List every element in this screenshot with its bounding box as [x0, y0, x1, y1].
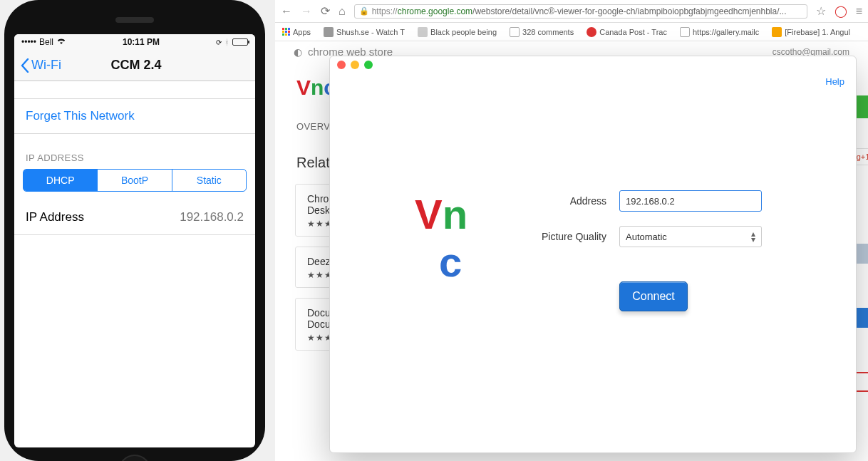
- quality-value: Automatic: [626, 232, 667, 242]
- ip-section-header: IP ADDRESS: [14, 134, 255, 169]
- battery-icon: [232, 38, 248, 46]
- maximize-icon[interactable]: [364, 61, 373, 69]
- carrier-label: Bell: [39, 37, 53, 47]
- iphone-mockup: ••••• Bell 10:11 PM ⟳ ᚼ Wi-Fi CCM 2.4 Fo…: [4, 0, 265, 461]
- url-path: /webstore/detail/vnc®-viewer-for-google-…: [472, 6, 786, 16]
- forward-icon[interactable]: →: [301, 5, 312, 18]
- nav-bar: Wi-Fi CCM 2.4: [14, 50, 255, 81]
- url-host: chrome.google.com: [398, 6, 472, 16]
- rating-stars: ★★★: [307, 219, 327, 229]
- opera-ext-icon[interactable]: ◯: [835, 4, 847, 18]
- orientation-lock-icon: ⟳: [216, 38, 222, 46]
- signal-dots-icon: •••••: [21, 37, 36, 47]
- wifi-icon: [56, 37, 66, 47]
- apps-label: Apps: [293, 28, 311, 36]
- clock: 10:11 PM: [66, 37, 216, 47]
- browser-toolbar: ← → ⟳ ⌂ 🔒 https://chrome.google.com/webs…: [275, 0, 868, 23]
- reload-icon[interactable]: ⟳: [321, 4, 330, 18]
- help-link[interactable]: Help: [825, 76, 844, 87]
- vnc-viewer-window: Help Vnc Address Picture Quality Automat…: [329, 56, 857, 453]
- seg-bootp[interactable]: BootP: [97, 170, 171, 191]
- back-icon[interactable]: ←: [281, 5, 292, 18]
- address-input[interactable]: [619, 190, 762, 212]
- ip-address-row: IP Address 192.168.0.2: [14, 200, 255, 235]
- home-icon[interactable]: ⌂: [339, 5, 346, 18]
- minimize-icon[interactable]: [351, 61, 359, 69]
- lock-icon: 🔒: [359, 6, 369, 16]
- ip-mode-segment[interactable]: DHCP BootP Static: [23, 169, 247, 192]
- phone-screen: ••••• Bell 10:11 PM ⟳ ᚼ Wi-Fi CCM 2.4 Fo…: [14, 34, 255, 447]
- bluetooth-icon: ᚼ: [224, 38, 229, 46]
- ip-row-value: 192.168.0.2: [180, 210, 244, 224]
- quality-label: Picture Quality: [527, 231, 619, 242]
- seg-dhcp[interactable]: DHCP: [24, 170, 97, 191]
- bookmarks-bar: Apps Shush.se - Watch T Black people bei…: [275, 23, 868, 41]
- bookmark-firebase[interactable]: [Firebase] 1. Angul: [772, 27, 850, 37]
- bookmark-comments[interactable]: 328 comments: [510, 27, 574, 37]
- rating-stars: ★★★: [307, 333, 327, 343]
- ip-row-label: IP Address: [26, 210, 84, 224]
- star-icon[interactable]: ☆: [816, 4, 826, 18]
- forget-network-button[interactable]: Forget This Network: [14, 98, 255, 134]
- vnc-logo-large: Vnc: [415, 190, 467, 286]
- quality-select[interactable]: Automatic ▴▾: [619, 226, 762, 247]
- mac-titlebar: [330, 56, 856, 73]
- menu-icon[interactable]: ≡: [856, 5, 862, 18]
- nav-title: CCM 2.4: [23, 58, 249, 73]
- earpiece: [115, 17, 154, 23]
- home-button[interactable]: [118, 455, 151, 461]
- bookmark-canadapost[interactable]: Canada Post - Trac: [587, 27, 667, 37]
- connect-button[interactable]: Connect: [619, 281, 688, 311]
- status-bar: ••••• Bell 10:11 PM ⟳ ᚼ: [14, 34, 255, 50]
- bookmark-black[interactable]: Black people being: [418, 27, 497, 37]
- apps-button[interactable]: Apps: [282, 28, 311, 36]
- chrome-icon: ◐: [294, 46, 302, 58]
- seg-static[interactable]: Static: [172, 170, 246, 191]
- close-icon[interactable]: [337, 61, 346, 69]
- address-label: Address: [527, 195, 619, 207]
- bookmark-gallery[interactable]: https://gallery.mailc: [680, 27, 759, 37]
- chevron-updown-icon: ▴▾: [751, 231, 755, 242]
- address-bar[interactable]: 🔒 https://chrome.google.com/webstore/det…: [354, 4, 807, 19]
- bookmark-shush[interactable]: Shush.se - Watch T: [324, 27, 405, 37]
- connect-form: Address Picture Quality Automatic ▴▾ Con…: [527, 190, 830, 311]
- rating-stars: ★★★: [307, 270, 327, 280]
- apps-icon: [282, 28, 290, 36]
